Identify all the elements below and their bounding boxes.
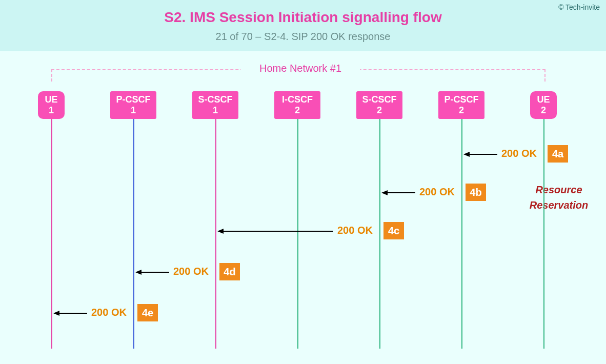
msg-label-4c: 200 OK — [337, 225, 373, 236]
node-label-line2: 1 — [110, 105, 156, 116]
lifeline-ue1 — [51, 118, 52, 349]
node-icscf2: I-CSCF2 — [274, 91, 320, 119]
msg-label-4e: 200 OK — [91, 307, 127, 318]
node-label-line2: 1 — [192, 105, 238, 116]
copyright: © Tech-invite — [558, 3, 600, 11]
arrow-4e — [54, 313, 87, 314]
node-scscf1: S-CSCF1 — [192, 91, 238, 119]
node-label-line2: 2 — [356, 105, 402, 116]
node-label-line1: I-CSCF — [274, 94, 320, 105]
node-label-line1: UE — [38, 94, 65, 105]
node-label-line1: UE — [530, 94, 557, 105]
node-label-line2: 2 — [274, 105, 320, 116]
node-label-line2: 1 — [38, 105, 65, 116]
lifeline-pcscf1 — [133, 118, 134, 349]
node-label-line1: P-CSCF — [438, 94, 484, 105]
node-label-line2: 2 — [530, 105, 557, 116]
page-title: S2. IMS Session Initiation signalling fl… — [0, 9, 606, 26]
node-label-line1: S-CSCF — [356, 94, 402, 105]
lifeline-pcscf2 — [461, 118, 462, 349]
step-badge-4a: 4a — [548, 145, 568, 163]
node-ue2: UE2 — [530, 91, 557, 119]
lifeline-scscf1 — [215, 118, 216, 349]
msg-label-4b: 200 OK — [419, 186, 455, 198]
node-scscf2: S-CSCF2 — [356, 91, 402, 119]
arrow-4c — [218, 231, 333, 232]
node-ue1: UE1 — [38, 91, 65, 119]
step-badge-4e: 4e — [137, 304, 158, 321]
node-label-line2: 2 — [438, 105, 484, 116]
lifeline-icscf2 — [297, 118, 298, 349]
lifeline-scscf2 — [379, 118, 380, 349]
diagram-page: © Tech-invite S2. IMS Session Initiation… — [0, 0, 606, 364]
note-line2: Reservation — [530, 199, 589, 211]
node-label-line1: S-CSCF — [192, 94, 238, 105]
lifeline-ue2 — [543, 118, 544, 349]
step-badge-4d: 4d — [219, 263, 240, 280]
arrow-4b — [382, 192, 415, 193]
step-badge-4b: 4b — [466, 184, 486, 201]
diagram-canvas: Home Network #1 Resource Reservation UE1… — [0, 51, 606, 364]
msg-label-4d: 200 OK — [173, 266, 209, 277]
msg-label-4a: 200 OK — [501, 148, 537, 159]
node-pcscf1: P-CSCF1 — [110, 91, 156, 119]
note-line1: Resource — [535, 184, 582, 195]
page-subtitle: 21 of 70 – S2-4. SIP 200 OK response — [0, 31, 606, 43]
arrow-4d — [136, 272, 169, 273]
arrow-4a — [464, 154, 497, 155]
header-band: © Tech-invite S2. IMS Session Initiation… — [0, 0, 606, 51]
step-badge-4c: 4c — [383, 222, 404, 239]
node-pcscf2: P-CSCF2 — [438, 91, 484, 119]
home-network-label: Home Network #1 — [241, 63, 360, 74]
resource-reservation-note: Resource Reservation — [518, 182, 600, 213]
node-label-line1: P-CSCF — [110, 94, 156, 105]
